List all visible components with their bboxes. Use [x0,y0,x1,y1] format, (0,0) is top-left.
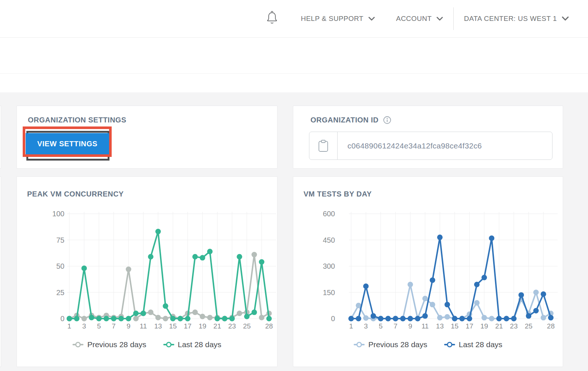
legend-label: Last 28 days [459,340,502,349]
vm-tests-chart-legend: Previous 28 daysLast 28 days [293,340,563,349]
chart-data-point [518,292,524,298]
chart-data-point [437,315,443,320]
chart-data-point [259,259,264,265]
org-settings-card: ORGANIZATION SETTINGS VIEW SETTINGS [16,106,278,169]
legend-label: Previous 28 days [368,340,427,349]
chart-data-point [541,315,546,320]
org-id-title: ORGANIZATION ID [310,116,379,124]
chart-data-point [222,316,227,322]
x-axis-tick-label: 15 [451,322,458,330]
x-axis-tick-label: 28 [547,322,555,330]
info-icon[interactable] [383,116,391,124]
chart-data-point [185,316,190,322]
nav-account[interactable]: ACCOUNT [396,15,443,23]
y-axis-tick-label: 100 [52,210,64,218]
chart-data-point [444,302,450,307]
chart-data-point [200,314,205,319]
x-axis-tick-label: 17 [466,322,473,330]
chart-data-point [259,315,264,320]
chart-data-point [511,316,517,322]
x-axis-tick-label: 19 [198,322,206,330]
legend-label: Last 28 days [178,340,222,349]
nav-help-support-label: HELP & SUPPORT [301,15,364,23]
chart-data-point [89,315,94,320]
chart-data-point [104,316,109,322]
chart-data-point [533,308,539,313]
chart-data-point [148,309,153,315]
y-axis-tick-label: 75 [56,236,64,244]
x-axis-tick-label: 5 [97,322,101,330]
chart-data-point [393,316,398,322]
y-axis-tick-label: 600 [323,210,335,218]
legend-marker-icon [72,344,83,345]
org-id-field[interactable]: c064890612424e34a12fca98ce4f32c6 [309,132,552,160]
x-axis-tick-label: 11 [421,322,429,330]
nav-data-center-label: DATA CENTER: US WEST 1 [464,15,557,23]
x-axis-tick-label: 13 [436,322,444,330]
y-axis-tick-label: 450 [323,236,335,244]
chart-data-point [504,316,509,322]
notifications-bell-icon[interactable] [266,11,278,27]
chart-data-point [207,249,213,254]
chart-data-point [96,316,102,322]
chart-data-point [178,316,183,322]
chart-data-point [111,316,116,322]
chart-data-point [430,302,435,307]
chart-data-point [163,303,168,309]
y-axis-tick-label: 300 [323,262,335,270]
chart-series-line [351,237,551,319]
chart-data-point [481,315,487,320]
legend-item[interactable]: Previous 28 days [72,340,146,349]
y-axis-tick-label: 25 [56,289,64,297]
chart-data-point [467,316,472,322]
chart-data-point [229,316,235,322]
chart-data-point [415,316,420,322]
nav-help-support[interactable]: HELP & SUPPORT [301,15,375,23]
org-settings-title: ORGANIZATION SETTINGS [28,116,126,124]
chart-data-point [252,252,257,257]
peak-vm-concurrency-card: PEAK VM CONCURRENCY 02550751001357911131… [16,176,278,367]
chart-data-point [163,316,168,322]
chart-data-point [459,316,465,322]
annotation-red-box [23,126,112,157]
chevron-down-icon [368,15,375,23]
legend-item[interactable]: Last 28 days [163,340,222,349]
offscreen-card-edge [0,176,1,367]
dashboard-page: HELP & SUPPORT ACCOUNT DATA CENTER: US W… [0,0,588,371]
x-axis-tick-label: 3 [364,322,368,330]
y-axis-tick-label: 0 [60,315,64,323]
peak-vm-chart-svg: 025507510013579111315171921232528 [17,177,278,367]
chart-data-point [148,254,153,260]
chart-data-point [489,316,494,322]
chart-data-point [192,309,198,315]
chart-data-point [474,300,480,306]
chart-data-point [200,255,205,261]
legend-item[interactable]: Last 28 days [444,340,502,349]
chart-data-point [67,316,72,322]
nav-divider [453,7,454,30]
chart-data-point [133,316,139,322]
chart-data-point [452,316,457,322]
chart-data-point [423,313,428,319]
x-axis-tick-label: 15 [169,322,177,330]
peak-vm-chart-legend: Previous 28 daysLast 28 days [17,340,277,349]
chart-data-point [423,296,428,301]
chart-data-point [155,315,161,320]
chart-data-point [526,313,531,319]
chart-data-point [548,315,554,320]
chart-data-point [430,278,435,283]
chart-data-point [356,316,361,322]
nav-data-center[interactable]: DATA CENTER: US WEST 1 [464,15,569,23]
chart-data-point [237,311,242,316]
chart-data-point [170,316,176,322]
legend-item[interactable]: Previous 28 days [354,340,427,349]
chart-data-point [378,316,383,322]
chart-data-point [533,290,539,295]
legend-marker-icon [354,344,365,345]
chevron-down-icon [562,15,569,23]
clipboard-icon[interactable] [309,132,338,159]
x-axis-tick-label: 17 [184,322,191,330]
offscreen-card-edge [0,106,1,169]
chart-data-point [81,265,87,271]
chart-data-point [207,315,213,320]
